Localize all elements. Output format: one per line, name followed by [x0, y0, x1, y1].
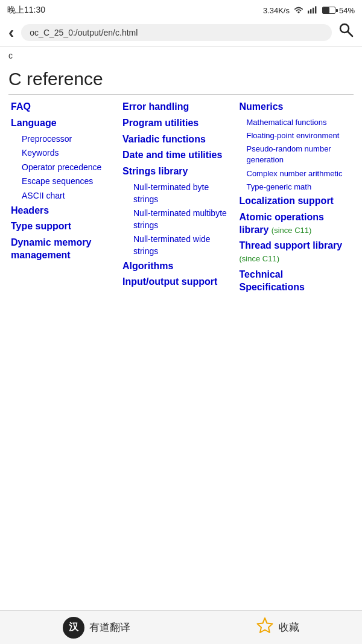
link-floating-point[interactable]: Floating-point environment — [240, 130, 352, 141]
link-numerics[interactable]: Numerics — [240, 101, 352, 113]
link-null-multibyte-strings[interactable]: Null-terminated multibyte strings — [122, 208, 235, 231]
column-1: FAQ Language Preprocessor Keywords Opera… — [8, 101, 120, 298]
page-title: C reference — [8, 69, 354, 95]
battery-icon — [322, 7, 335, 14]
back-button[interactable]: ‹ — [6, 24, 16, 41]
reference-grid: FAQ Language Preprocessor Keywords Opera… — [8, 101, 354, 298]
link-error-handling[interactable]: Error handling — [122, 101, 235, 113]
link-localization[interactable]: Localization support — [240, 195, 352, 208]
link-algorithms[interactable]: Algorithms — [122, 260, 235, 273]
url-input[interactable] — [21, 24, 332, 41]
star-icon — [256, 616, 274, 639]
svg-line-6 — [348, 32, 353, 37]
page-content: C reference FAQ Language Preprocessor Ke… — [0, 64, 362, 306]
link-preprocessor[interactable]: Preprocessor — [11, 133, 118, 145]
translate-icon: 汉 — [63, 617, 84, 639]
link-atomic-operations[interactable]: Atomic operations library (since C11) — [240, 211, 352, 237]
link-type-support[interactable]: Type support — [11, 220, 118, 233]
browser-bar: ‹ — [0, 18, 362, 47]
svg-rect-3 — [313, 7, 314, 13]
network-speed: 3.34K/s — [263, 6, 290, 15]
breadcrumb: c — [0, 47, 362, 64]
link-faq[interactable]: FAQ — [11, 101, 118, 113]
svg-marker-7 — [258, 618, 273, 633]
link-dynamic-memory[interactable]: Dynamic memory management — [11, 237, 118, 262]
link-ascii-chart[interactable]: ASCII chart — [11, 190, 118, 202]
status-right: 3.34K/s 54% — [263, 5, 355, 16]
link-null-byte-strings[interactable]: Null-terminated byte strings — [122, 182, 235, 205]
link-escape-sequences[interactable]: Escape sequences — [11, 176, 118, 188]
link-date-time[interactable]: Date and time utilities — [122, 149, 235, 162]
status-bar: 晚上11:30 3.34K/s 54% — [0, 0, 362, 18]
battery-percent: 54% — [339, 6, 355, 15]
link-thread-support[interactable]: Thread support library (since C11) — [240, 240, 352, 265]
translate-button[interactable]: 汉 有道翻译 — [63, 617, 130, 639]
link-variadic-functions[interactable]: Variadic functions — [122, 133, 235, 146]
svg-rect-4 — [315, 6, 316, 13]
link-io-support[interactable]: Input/output support — [122, 276, 235, 289]
svg-rect-1 — [308, 10, 309, 13]
bookmark-button[interactable]: 收藏 — [256, 616, 299, 639]
bookmark-label: 收藏 — [279, 620, 299, 634]
svg-point-0 — [297, 11, 299, 13]
link-keywords[interactable]: Keywords — [11, 147, 118, 159]
link-strings-library[interactable]: Strings library — [122, 165, 235, 178]
status-time: 晚上11:30 — [7, 5, 45, 16]
link-math-functions[interactable]: Mathematical functions — [240, 117, 352, 128]
link-headers[interactable]: Headers — [11, 205, 118, 217]
wifi-icon — [293, 5, 304, 16]
link-language[interactable]: Language — [11, 117, 118, 130]
since-c11-atomic: (since C11) — [272, 226, 311, 235]
bottom-bar: 汉 有道翻译 收藏 — [0, 610, 362, 644]
link-technical-specs[interactable]: Technical Specifications — [240, 269, 352, 294]
link-program-utilities[interactable]: Program utilities — [122, 117, 235, 130]
link-operator-precedence[interactable]: Operator precedence — [11, 162, 118, 174]
link-complex-arithmetic[interactable]: Complex number arithmetic — [240, 168, 352, 179]
link-null-wide-strings[interactable]: Null-terminated wide strings — [122, 234, 235, 257]
column-3: Numerics Mathematical functions Floating… — [237, 101, 354, 298]
signal-icon — [308, 5, 317, 16]
since-c11-thread: (since C11) — [240, 254, 279, 263]
link-type-generic-math[interactable]: Type-generic math — [240, 182, 352, 193]
search-button[interactable] — [337, 22, 356, 43]
link-pseudo-random[interactable]: Pseudo-random number generation — [240, 144, 352, 165]
translate-label: 有道翻译 — [89, 620, 130, 634]
column-2: Error handling Program utilities Variadi… — [120, 101, 237, 298]
svg-rect-2 — [310, 9, 311, 13]
